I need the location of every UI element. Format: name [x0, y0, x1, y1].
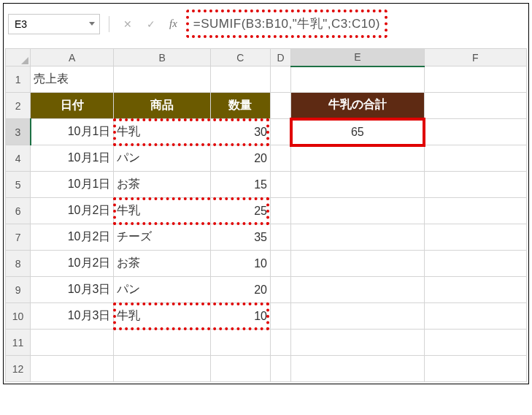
- cell-F7[interactable]: [424, 224, 526, 251]
- cell-D1[interactable]: [270, 66, 290, 93]
- row-header-8[interactable]: 8: [6, 251, 31, 277]
- row-header-5[interactable]: 5: [6, 172, 31, 198]
- cell-B11[interactable]: [114, 330, 210, 356]
- row-header-2[interactable]: 2: [6, 93, 31, 119]
- cell-A4[interactable]: 10月1日: [31, 145, 114, 172]
- cell-A2[interactable]: 日付: [31, 93, 114, 119]
- cell-B12[interactable]: [114, 356, 210, 382]
- formula-input[interactable]: =SUMIF(B3:B10,"牛乳",C3:C10): [186, 9, 388, 38]
- cell-C1[interactable]: [210, 66, 270, 93]
- cell-E8[interactable]: [291, 251, 425, 277]
- cell-D8[interactable]: [270, 251, 290, 277]
- cell-B2[interactable]: 商品: [114, 93, 210, 119]
- chevron-down-icon[interactable]: [89, 22, 95, 26]
- col-header-D[interactable]: D: [270, 49, 290, 66]
- cell-B1[interactable]: [114, 66, 210, 93]
- cell-A8[interactable]: 10月2日: [31, 251, 114, 277]
- row-header-3[interactable]: 3: [6, 119, 31, 145]
- cell-F10[interactable]: [424, 303, 526, 330]
- cell-F11[interactable]: [424, 330, 526, 356]
- cell-F12[interactable]: [424, 356, 526, 382]
- cell-E10[interactable]: [291, 303, 425, 330]
- col-header-A[interactable]: A: [31, 49, 114, 66]
- confirm-icon[interactable]: ✓: [144, 18, 158, 31]
- cell-F6[interactable]: [424, 198, 526, 224]
- cell-A7[interactable]: 10月2日: [31, 224, 114, 251]
- col-header-F[interactable]: F: [424, 49, 526, 66]
- cell-D4[interactable]: [270, 145, 290, 172]
- cell-A12[interactable]: [31, 356, 114, 382]
- cell-B5[interactable]: お茶: [114, 172, 210, 198]
- cell-F5[interactable]: [424, 172, 526, 198]
- cell-C7[interactable]: 35: [210, 224, 270, 251]
- row-header-11[interactable]: 11: [6, 330, 31, 356]
- cell-C8[interactable]: 10: [210, 251, 270, 277]
- row-header-12[interactable]: 12: [6, 356, 31, 382]
- cell-B10[interactable]: 牛乳: [114, 303, 210, 330]
- cell-A6[interactable]: 10月2日: [31, 198, 114, 224]
- cell-F9[interactable]: [424, 277, 526, 303]
- row-header-1[interactable]: 1: [6, 66, 31, 93]
- cell-F4[interactable]: [424, 145, 526, 172]
- cancel-icon[interactable]: ✕: [121, 18, 134, 31]
- formula-bar-area: ✕ ✓ fx =SUMIF(B3:B10,"牛乳",C3:C10): [5, 5, 527, 48]
- cell-E1[interactable]: [291, 66, 425, 93]
- cell-C9[interactable]: 20: [210, 277, 270, 303]
- cell-B6[interactable]: 牛乳: [114, 198, 210, 224]
- cell-A5[interactable]: 10月1日: [31, 172, 114, 198]
- cell-E6[interactable]: [291, 198, 425, 224]
- cell-D12[interactable]: [270, 356, 290, 382]
- cell-D2[interactable]: [270, 93, 290, 119]
- cell-D9[interactable]: [270, 277, 290, 303]
- cell-C2[interactable]: 数量: [210, 93, 270, 119]
- cell-A9[interactable]: 10月3日: [31, 277, 114, 303]
- cell-A10[interactable]: 10月3日: [31, 303, 114, 330]
- cell-E12[interactable]: [291, 356, 425, 382]
- col-header-C[interactable]: C: [210, 49, 270, 66]
- fx-icon[interactable]: fx: [169, 18, 177, 30]
- cell-D6[interactable]: [270, 198, 290, 224]
- cell-B8[interactable]: お茶: [114, 251, 210, 277]
- cell-F3[interactable]: [424, 119, 526, 145]
- row-header-6[interactable]: 6: [6, 198, 31, 224]
- cell-B3[interactable]: 牛乳: [114, 119, 210, 145]
- cell-B9[interactable]: パン: [114, 277, 210, 303]
- cell-A3[interactable]: 10月1日: [31, 119, 114, 145]
- cell-E5[interactable]: [291, 172, 425, 198]
- cell-E7[interactable]: [291, 224, 425, 251]
- cell-C4[interactable]: 20: [210, 145, 270, 172]
- cell-E11[interactable]: [291, 330, 425, 356]
- cell-D3[interactable]: [270, 119, 290, 145]
- cell-A1[interactable]: 売上表: [31, 66, 114, 93]
- cell-F2[interactable]: [424, 93, 526, 119]
- cell-C5[interactable]: 15: [210, 172, 270, 198]
- row-header-7[interactable]: 7: [6, 224, 31, 251]
- cell-D5[interactable]: [270, 172, 290, 198]
- col-header-B[interactable]: B: [114, 49, 210, 66]
- row-header-4[interactable]: 4: [6, 145, 31, 172]
- cell-C10[interactable]: 10: [210, 303, 270, 330]
- cell-C11[interactable]: [210, 330, 270, 356]
- cell-F8[interactable]: [424, 251, 526, 277]
- cell-A11[interactable]: [31, 330, 114, 356]
- cell-E3-active[interactable]: 65: [291, 119, 425, 145]
- cell-E9[interactable]: [291, 277, 425, 303]
- cell-C12[interactable]: [210, 356, 270, 382]
- cell-D11[interactable]: [270, 330, 290, 356]
- cell-B7[interactable]: チーズ: [114, 224, 210, 251]
- name-box-input[interactable]: [13, 18, 64, 31]
- cell-D10[interactable]: [270, 303, 290, 330]
- row-header-9[interactable]: 9: [6, 277, 31, 303]
- cell-D7[interactable]: [270, 224, 290, 251]
- name-box[interactable]: [8, 14, 100, 34]
- cell-E4[interactable]: [291, 145, 425, 172]
- cell-F1[interactable]: [424, 66, 526, 93]
- cell-E2[interactable]: 牛乳の合計: [291, 93, 425, 119]
- cell-C6[interactable]: 25: [210, 198, 270, 224]
- select-all-corner[interactable]: [6, 49, 31, 66]
- cell-B4[interactable]: パン: [114, 145, 210, 172]
- row-header-10[interactable]: 10: [6, 303, 31, 330]
- spreadsheet-grid[interactable]: A B C D E F 1 売上表 2 日付 商品 数量 牛乳の合計 3: [5, 48, 527, 382]
- col-header-E[interactable]: E: [291, 49, 425, 66]
- cell-C3[interactable]: 30: [210, 119, 270, 145]
